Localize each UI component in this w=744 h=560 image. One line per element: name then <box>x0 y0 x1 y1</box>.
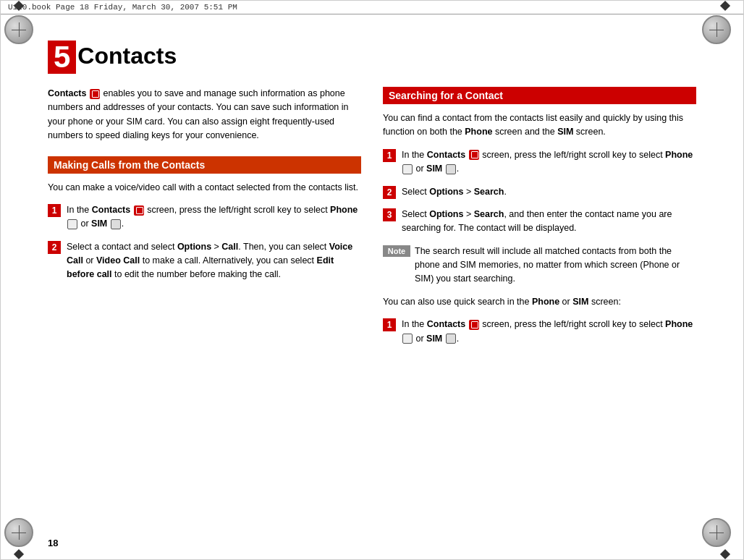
step-number-2-left: 2 <box>48 241 61 254</box>
content-area: 5 Contacts Contacts enables you to save … <box>48 41 696 519</box>
step-content-1-right: In the Contacts screen, press the left/r… <box>402 148 696 177</box>
step-number-3-right: 3 <box>383 208 396 221</box>
corner-circle-br <box>702 518 731 547</box>
corner-circle-tr <box>702 15 731 44</box>
searching-sim-bold: SIM <box>557 127 573 137</box>
step1-contacts-bold: Contacts <box>92 205 130 215</box>
outro-sim-bold: SIM <box>572 297 588 307</box>
ex-step1-contacts-bold: Contacts <box>427 319 465 329</box>
ex-step1-contacts-icon <box>469 320 479 330</box>
step-content-3-right: Select Options > Search, and then enter … <box>402 208 696 236</box>
r-step1-contacts-icon <box>469 150 479 160</box>
extra-step-content-1: In the Contacts screen, press the left/r… <box>402 318 696 346</box>
step-number-1-right: 1 <box>383 149 396 162</box>
note-text: The search result will include all match… <box>415 246 680 284</box>
step1-sim-bold: SIM <box>91 219 107 229</box>
section-header-making-calls: Making Calls from the Contacts <box>48 156 361 174</box>
two-col-layout: Contacts enables you to save and manage … <box>48 87 696 355</box>
searching-intro: You can find a contact from the contacts… <box>383 111 696 140</box>
top-bar-text: U120.book Page 18 Friday, March 30, 2007… <box>8 3 237 12</box>
making-calls-intro-text: You can make a voice/video call with a c… <box>48 182 358 192</box>
ex-step1-sim-icon <box>446 334 456 344</box>
section-header-making-calls-label: Making Calls from the Contacts <box>54 159 205 171</box>
contacts-icon <box>90 89 100 99</box>
step-number-1-left: 1 <box>48 204 61 217</box>
step-content-2-left: Select a contact and select Options > Ca… <box>67 240 361 282</box>
corner-circle-tl <box>4 15 33 44</box>
col-left: Contacts enables you to save and manage … <box>48 87 361 355</box>
ex-step1-phone-bold: Phone <box>665 319 693 329</box>
r-step2-search-bold: Search <box>474 187 504 197</box>
corner-circle-bl <box>4 518 33 547</box>
outro-text: You can also use quick search in the Pho… <box>383 295 696 309</box>
step1-contacts-icon <box>134 205 144 216</box>
corner-tr <box>702 15 740 53</box>
extra-step-1: 1 In the Contacts screen, press the left… <box>383 318 696 346</box>
note-content: The search result will include all match… <box>415 245 696 287</box>
ex-step1-phone-icon <box>402 334 413 344</box>
note-box: Note The search result will include all … <box>383 245 696 287</box>
r-step1-sim-icon <box>446 164 456 174</box>
chapter-title: 5 Contacts <box>48 41 696 74</box>
extra-step-number-1: 1 <box>383 318 396 331</box>
page-number: 18 <box>48 538 58 548</box>
step-3-right: 3 Select Options > Search, and then ente… <box>383 208 696 236</box>
step-1-right: 1 In the Contacts screen, press the left… <box>383 148 696 177</box>
step-2-left: 2 Select a contact and select Options > … <box>48 240 361 282</box>
section-header-searching-label: Searching for a Contact <box>389 90 503 101</box>
corner-bl <box>4 518 42 556</box>
page-container: U120.book Page 18 Friday, March 30, 2007… <box>0 0 744 560</box>
step-content-2-right: Select Options > Search. <box>402 185 696 199</box>
corner-tl <box>4 15 42 53</box>
chapter-name: Contacts <box>77 41 177 69</box>
chapter-number: 5 <box>48 41 76 74</box>
step1-phone-icon <box>67 219 77 229</box>
section-header-searching: Searching for a Contact <box>383 87 696 104</box>
contacts-bold: Contacts <box>48 88 86 98</box>
step1-sim-icon <box>111 219 121 229</box>
step-2-right: 2 Select Options > Search. <box>383 185 696 199</box>
intro-paragraph: Contacts enables you to save and manage … <box>48 87 361 143</box>
r-step1-phone-icon <box>402 164 413 174</box>
step1-phone-bold: Phone <box>330 205 358 215</box>
note-label: Note <box>383 245 410 257</box>
step2-options-bold: Options <box>177 242 211 252</box>
r-step3-search-bold: Search <box>474 209 504 219</box>
making-calls-intro: You can make a voice/video call with a c… <box>48 181 361 195</box>
r-step1-contacts-bold: Contacts <box>427 150 465 160</box>
r-step1-phone-bold: Phone <box>665 150 693 160</box>
r-step1-sim-bold: SIM <box>426 164 442 174</box>
r-step2-options-bold: Options <box>429 187 463 197</box>
corner-br <box>702 518 740 556</box>
top-bar: U120.book Page 18 Friday, March 30, 2007… <box>1 1 743 14</box>
r-step3-options-bold: Options <box>429 209 463 219</box>
ex-step1-sim-bold: SIM <box>426 334 442 344</box>
step2-videocall-bold: Video Call <box>96 255 140 266</box>
step-number-2-right: 2 <box>383 186 396 199</box>
outro-phone-bold: Phone <box>532 297 559 307</box>
searching-phone-bold: Phone <box>465 127 492 137</box>
step-1-left: 1 In the Contacts screen, press the left… <box>48 203 361 232</box>
step2-call-bold: Call <box>221 242 238 252</box>
step-content-1-left: In the Contacts screen, press the left/r… <box>67 203 361 232</box>
col-right: Searching for a Contact You can find a c… <box>383 87 696 355</box>
